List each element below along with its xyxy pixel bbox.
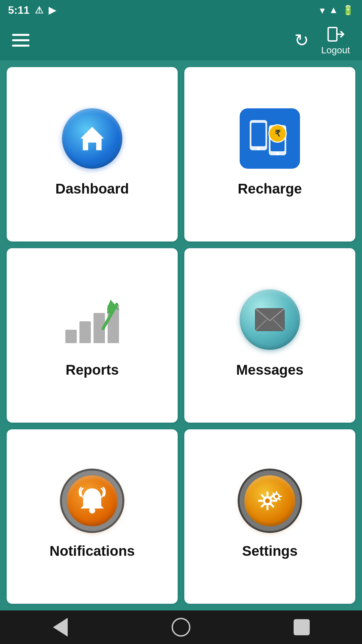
svg-point-18 [265, 498, 270, 503]
svg-point-16 [89, 507, 95, 514]
messages-card[interactable]: Messages [184, 248, 355, 423]
messages-icon-wrap [240, 289, 300, 350]
warning-icon: ⚠ [35, 5, 43, 16]
hamburger-menu-button[interactable] [12, 34, 29, 47]
home-icon [62, 108, 122, 169]
home-nav-icon [172, 618, 190, 637]
notifications-label: Notifications [50, 543, 135, 559]
svg-rect-3 [251, 123, 265, 146]
time-display: 5:11 [8, 4, 29, 16]
status-right: ▾ ▲ 🔋 [320, 4, 354, 16]
wifi-icon: ▾ [320, 4, 325, 16]
svg-line-23 [262, 495, 264, 497]
chart-icon [65, 296, 119, 343]
svg-point-28 [275, 495, 278, 498]
play-icon: ▶ [49, 5, 56, 16]
notifications-icon-wrap [62, 471, 122, 531]
svg-marker-1 [80, 127, 104, 150]
settings-label: Settings [242, 543, 298, 559]
back-icon [53, 618, 68, 637]
bottom-nav-bar [0, 610, 362, 644]
recharge-card[interactable]: ₹ Recharge [184, 67, 355, 241]
reports-card[interactable]: Reports [7, 248, 178, 423]
envelope-icon [240, 289, 300, 350]
dashboard-icon-wrap [62, 108, 122, 169]
svg-line-33 [273, 493, 275, 494]
svg-text:₹: ₹ [275, 128, 281, 139]
reports-icon-wrap [62, 289, 122, 350]
dashboard-card[interactable]: Dashboard [7, 67, 178, 241]
signal-icon: ▲ [329, 5, 338, 15]
home-button[interactable] [168, 614, 194, 641]
svg-rect-0 [328, 28, 337, 41]
logout-label: Logout [321, 45, 350, 56]
messages-label: Messages [236, 362, 304, 378]
status-bar: 5:11 ⚠ ▶ ▾ ▲ 🔋 [0, 0, 362, 20]
svg-line-26 [262, 504, 264, 506]
settings-card[interactable]: Settings [184, 429, 355, 604]
gear-icon [240, 471, 300, 531]
svg-marker-11 [107, 300, 120, 314]
svg-point-4 [257, 147, 260, 150]
toolbar: ↻ Logout [0, 20, 362, 60]
logout-button[interactable]: Logout [321, 25, 350, 56]
svg-line-34 [279, 498, 280, 500]
battery-icon: 🔋 [342, 5, 354, 16]
bell-icon [62, 471, 122, 531]
recent-apps-icon [294, 619, 310, 635]
back-button[interactable] [47, 614, 74, 641]
recharge-label: Recharge [238, 181, 302, 197]
main-grid: Dashboard ₹ Recharge [0, 60, 362, 610]
refresh-button[interactable]: ↻ [294, 30, 309, 50]
recent-apps-button[interactable] [288, 614, 315, 641]
notifications-card[interactable]: Notifications [7, 429, 178, 604]
recharge-icon-wrap: ₹ [240, 108, 300, 169]
svg-line-24 [271, 504, 273, 506]
reports-label: Reports [66, 362, 119, 378]
recharge-icon: ₹ [240, 108, 300, 169]
toolbar-right: ↻ Logout [294, 25, 350, 56]
settings-icon-wrap [240, 471, 300, 531]
dashboard-label: Dashboard [55, 181, 129, 197]
logout-icon [326, 25, 345, 44]
status-left: 5:11 ⚠ ▶ [8, 4, 56, 16]
svg-point-7 [276, 152, 279, 155]
